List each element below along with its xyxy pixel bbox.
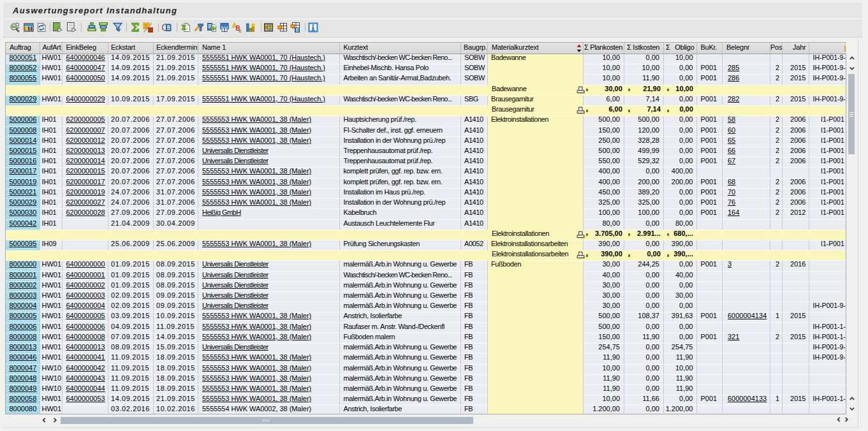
svg-text:c: c	[239, 28, 242, 33]
svg-text:Σ: Σ	[149, 28, 152, 33]
